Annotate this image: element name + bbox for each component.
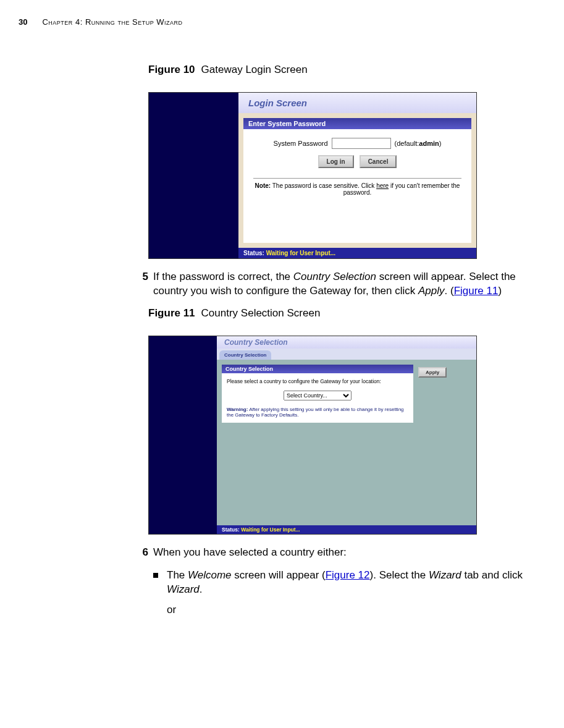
login-panel-header: Enter System Password bbox=[243, 118, 471, 129]
cancel-button[interactable]: Cancel bbox=[360, 155, 397, 168]
figure-11-link[interactable]: Figure 11 bbox=[454, 285, 499, 297]
figure-10-caption: Figure 10Gateway Login Screen bbox=[148, 64, 539, 76]
divider bbox=[253, 178, 461, 179]
country-warning: Warning: After applying this setting you… bbox=[227, 407, 408, 418]
bullet-icon bbox=[153, 573, 158, 578]
tab-row: Country Selection bbox=[217, 349, 476, 360]
page-header: 30 Chapter 4: Running the Setup Wizard bbox=[0, 17, 564, 27]
step-5: 5 If the password is correct, the Countr… bbox=[131, 270, 539, 298]
country-sidebar bbox=[149, 336, 217, 534]
step-6-bullet: The Welcome screen will appear (Figure 1… bbox=[153, 569, 539, 617]
country-instruction: Please select a country to configure the… bbox=[227, 378, 408, 384]
country-panel-header: Country Selection bbox=[222, 365, 413, 373]
page-number: 30 bbox=[19, 17, 27, 27]
login-sidebar bbox=[149, 93, 238, 258]
figure-10-screenshot: Login Screen Enter System Password Syste… bbox=[148, 92, 477, 259]
step-6: 6 When you have selected a country eithe… bbox=[131, 546, 539, 560]
password-label: System Password bbox=[274, 140, 328, 147]
country-screen-title: Country Selection bbox=[217, 336, 476, 349]
login-note: Note: The password is case sensitive. Cl… bbox=[243, 182, 471, 200]
login-screen-title: Login Screen bbox=[238, 93, 476, 113]
figure-11-screenshot: Country Selection Country Selection Coun… bbox=[148, 336, 477, 535]
system-password-input[interactable] bbox=[332, 138, 391, 149]
tab-country-selection[interactable]: Country Selection bbox=[219, 350, 271, 360]
apply-button[interactable]: Apply bbox=[418, 367, 447, 378]
login-status-bar: Status: Waiting for User Input... bbox=[238, 248, 476, 258]
password-default-hint: (default:admin) bbox=[395, 140, 442, 147]
country-select[interactable]: Select Country... bbox=[284, 391, 351, 400]
login-button[interactable]: Log in bbox=[318, 155, 354, 168]
reset-password-link[interactable]: here bbox=[376, 182, 389, 189]
figure-12-link[interactable]: Figure 12 bbox=[326, 569, 370, 581]
country-status-bar: Status: Waiting for User Input... bbox=[217, 525, 476, 534]
chapter-title: Chapter 4: Running the Setup Wizard bbox=[42, 17, 182, 27]
step-6-or: or bbox=[167, 603, 539, 617]
figure-11-caption: Figure 11Country Selection Screen bbox=[148, 307, 539, 320]
